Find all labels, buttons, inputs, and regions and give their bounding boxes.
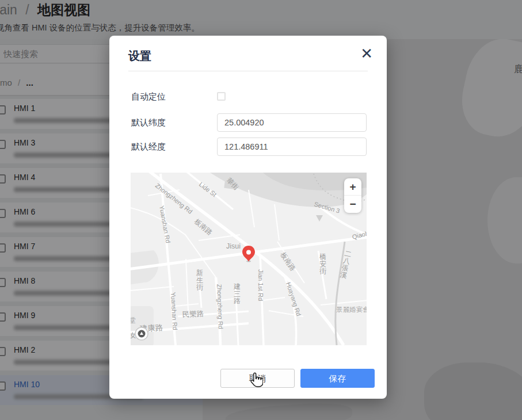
- map-canvas: Zhongzheng RdLide St板南路華街Section 3QiaohY…: [131, 173, 367, 345]
- longitude-input[interactable]: [217, 138, 367, 156]
- map-poi-button[interactable]: [135, 327, 148, 340]
- dialog-title: 设置: [128, 48, 151, 64]
- map-label: 景麗婚宴會館: [336, 306, 367, 313]
- settings-dialog: 设置 ✕ 自动定位 默认纬度 默认经度: [109, 36, 387, 399]
- map-zoom-control: + −: [344, 178, 361, 213]
- location-map[interactable]: Zhongzheng RdLide St板南路華街Section 3QiaohY…: [131, 173, 367, 345]
- map-label: 橋安街: [319, 253, 326, 275]
- cancel-button[interactable]: 取消: [220, 369, 295, 388]
- zoom-out-button[interactable]: −: [344, 196, 361, 213]
- map-label: 新生街: [196, 269, 203, 291]
- latitude-label: 默认纬度: [131, 117, 166, 128]
- save-button[interactable]: 保存: [300, 369, 375, 388]
- zoom-in-button[interactable]: +: [344, 178, 361, 196]
- latitude-input[interactable]: [217, 113, 367, 132]
- auto-locate-checkbox[interactable]: [217, 92, 226, 101]
- map-label: Jisui: [226, 242, 241, 250]
- auto-locate-label: 自动定位: [131, 91, 166, 102]
- map-label: 堂: [131, 316, 136, 324]
- divider: [128, 71, 368, 71]
- screen: main / 地图视图 视角查看 HMI 设备的位置与状态，提升设备管理效率。 …: [0, 0, 522, 420]
- map-label: Jian 1st Rd: [257, 269, 264, 301]
- close-icon[interactable]: ✕: [360, 46, 373, 61]
- map-label: 建三路: [233, 282, 241, 305]
- map-label: 民樂路: [182, 310, 204, 319]
- longitude-label: 默认经度: [131, 142, 166, 152]
